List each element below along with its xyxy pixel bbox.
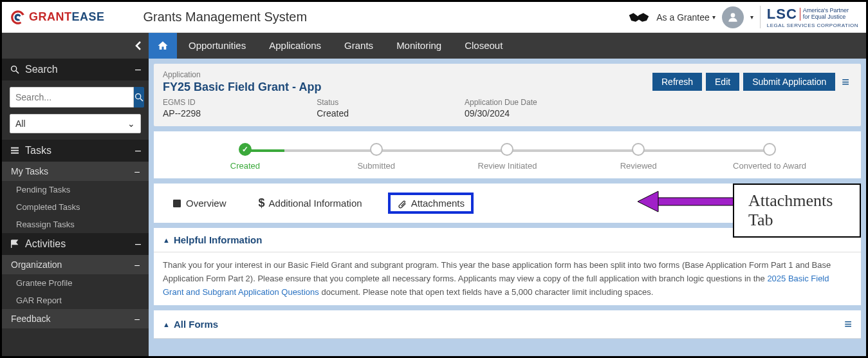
sidebar-grantee-profile[interactable]: Grantee Profile: [2, 274, 149, 292]
tab-row: Overview $ Additional Information Attach…: [154, 184, 861, 223]
annotation-callout: Attachments Tab: [733, 184, 861, 238]
sidebar-activities-header[interactable]: Activities –: [2, 233, 149, 255]
refresh-button[interactable]: Refresh: [652, 73, 702, 91]
svg-point-3: [136, 94, 141, 99]
svg-rect-9: [657, 198, 734, 205]
flag-icon: [10, 239, 20, 249]
step-reviewed-label: Reviewed: [620, 161, 657, 171]
section-menu-icon[interactable]: ≡: [844, 317, 852, 332]
svg-rect-6: [11, 150, 19, 151]
main-content: Application FY25 Basic Field Grant - App…: [149, 59, 866, 356]
collapse-icon: –: [135, 238, 141, 250]
nav-grants[interactable]: Grants: [333, 33, 385, 59]
sidebar: Search – All ⌄ Tasks – My Tasks– P: [2, 59, 149, 356]
paperclip-icon: [397, 198, 407, 209]
app-title: Grants Management System: [143, 10, 629, 24]
sidebar-tasks-header[interactable]: Tasks –: [2, 140, 149, 162]
chevron-down-icon[interactable]: ▾: [750, 14, 753, 21]
role-dropdown[interactable]: As a Grantee ▾: [656, 12, 716, 23]
search-input[interactable]: [10, 87, 134, 108]
sidebar-my-tasks[interactable]: My Tasks–: [2, 162, 149, 181]
due-date-label: Application Due Date: [465, 98, 537, 107]
step-created-icon: [239, 143, 252, 156]
tab-overview[interactable]: Overview: [165, 195, 233, 211]
svg-rect-7: [11, 153, 19, 154]
sidebar-pending-tasks[interactable]: Pending Tasks: [2, 181, 149, 198]
svg-point-0: [730, 13, 735, 17]
nav-opportunities[interactable]: Opportunities: [177, 33, 257, 59]
handshake-icon: [628, 10, 650, 25]
step-submitted-icon: [370, 143, 383, 156]
helpful-information-body: Thank you for your interest in our Basic…: [154, 252, 861, 305]
sidebar-completed-tasks[interactable]: Completed Tasks: [2, 198, 149, 216]
status-value: Created: [317, 108, 349, 118]
step-submitted-label: Submitted: [357, 161, 395, 171]
logo-swirl-icon: [10, 9, 26, 26]
collapse-triangle-icon: ▲: [163, 321, 170, 328]
svg-rect-8: [173, 200, 181, 207]
sidebar-collapse[interactable]: [2, 33, 149, 59]
nav-monitoring[interactable]: Monitoring: [385, 33, 453, 59]
sidebar-reassign-tasks[interactable]: Reassign Tasks: [2, 216, 149, 233]
tab-additional-information[interactable]: $ Additional Information: [252, 194, 369, 212]
search-icon: [10, 64, 20, 75]
chevron-left-icon: [134, 41, 142, 51]
chevron-down-icon: ▾: [712, 14, 716, 21]
egms-id-value: AP--2298: [163, 108, 201, 118]
all-forms-header[interactable]: ▲ All Forms ≡: [154, 310, 861, 339]
collapse-icon: –: [135, 145, 141, 156]
collapse-icon: –: [135, 64, 141, 75]
actions-menu-icon[interactable]: ≡: [839, 75, 852, 90]
nav-closeout[interactable]: Closeout: [453, 33, 514, 59]
dollar-icon: $: [259, 196, 265, 210]
overview-icon: [172, 198, 182, 209]
search-filter-dropdown[interactable]: All ⌄: [10, 114, 141, 133]
tab-attachments[interactable]: Attachments: [388, 193, 474, 214]
svg-line-4: [140, 99, 143, 101]
step-review-initiated-icon: [501, 143, 513, 156]
step-converted-icon: [763, 143, 776, 156]
user-menu[interactable]: [722, 6, 744, 28]
collapse-triangle-icon: ▲: [163, 236, 170, 244]
list-icon: [10, 146, 20, 156]
sidebar-organization[interactable]: Organization–: [2, 255, 149, 274]
svg-point-1: [12, 66, 17, 71]
step-created-label: Created: [230, 161, 260, 171]
chevron-down-icon: ⌄: [127, 118, 135, 129]
step-converted-label: Converted to Award: [733, 161, 806, 171]
svg-marker-10: [638, 191, 658, 212]
annotation-arrow-icon: [638, 189, 734, 214]
grantease-logo: GRANTEASE: [10, 9, 105, 26]
edit-button[interactable]: Edit: [706, 73, 739, 91]
svg-line-2: [16, 71, 19, 73]
search-icon: [134, 92, 144, 102]
nav-applications[interactable]: Applications: [257, 33, 333, 59]
search-button[interactable]: [134, 87, 144, 108]
nav-home[interactable]: [149, 33, 177, 59]
svg-rect-5: [11, 147, 19, 149]
progress-tracker: Created Submitted Review Initiated Revie…: [154, 131, 861, 178]
sidebar-feedback[interactable]: Feedback–: [2, 309, 149, 328]
lsc-logo: LSC America's Partnerfor Equal Justice L…: [760, 6, 858, 28]
sidebar-gar-report[interactable]: GAR Report: [2, 292, 149, 309]
due-date-value: 09/30/2024: [465, 108, 537, 118]
sidebar-search-header[interactable]: Search –: [2, 59, 149, 80]
home-icon: [157, 40, 169, 52]
user-icon: [726, 11, 739, 24]
step-review-initiated-label: Review Initiated: [478, 161, 537, 171]
submit-application-button[interactable]: Submit Application: [743, 73, 835, 91]
egms-id-label: EGMS ID: [163, 98, 201, 107]
status-label: Status: [317, 98, 349, 107]
step-reviewed-icon: [632, 143, 645, 156]
